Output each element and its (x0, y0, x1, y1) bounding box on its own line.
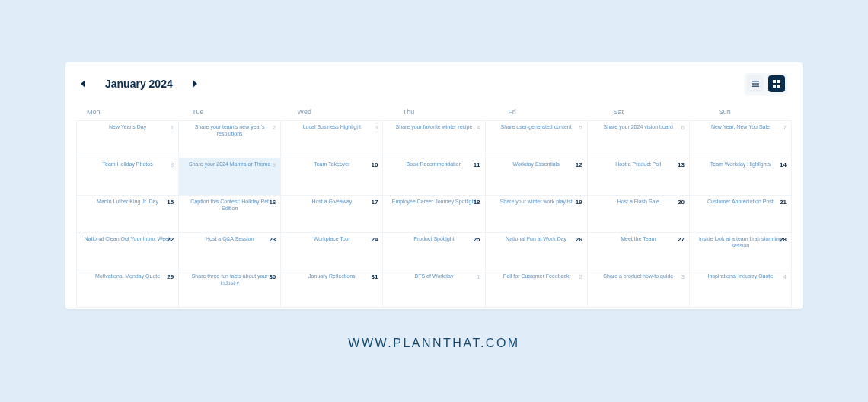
calendar-header: January 2024 (65, 62, 803, 102)
day-number: 15 (167, 199, 174, 206)
day-number: 6 (681, 124, 684, 131)
calendar-cell[interactable]: Share your 2024 vision board6 (588, 121, 690, 158)
calendar-event[interactable]: Share your team's new year's resolutions (185, 124, 275, 138)
calendar-cell[interactable]: Martin Luther King Jr. Day15 (77, 196, 179, 233)
calendar-cell[interactable]: Inside look at a team brainstorming sess… (690, 233, 792, 270)
calendar-event[interactable]: Host a Giveaway (287, 199, 377, 206)
day-number: 1 (477, 273, 480, 280)
calendar-event[interactable]: January Reflections (287, 273, 377, 280)
calendar-event[interactable]: Customer Appreciation Post (695, 199, 785, 206)
calendar-event[interactable]: New Year's Day (83, 124, 173, 131)
calendar-cell[interactable]: New Year's Day1 (77, 121, 179, 158)
calendar-event[interactable]: Share your winter work playlist (491, 199, 581, 206)
day-number: 9 (273, 161, 276, 168)
calendar-cell[interactable]: Inspirational Industry Quote4 (690, 270, 792, 308)
calendar-cell[interactable]: Meet the Team27 (588, 233, 690, 270)
calendar-event[interactable]: Host a Flash Sale (593, 199, 683, 206)
calendar-event[interactable]: Inside look at a team brainstorming sess… (695, 236, 785, 250)
calendar-event[interactable]: Share user-generated content (491, 124, 581, 131)
day-number: 19 (576, 199, 582, 206)
calendar-event[interactable]: Book Recommendation (389, 161, 479, 168)
day-of-week-label: Sun (697, 108, 803, 116)
calendar-cell[interactable]: National Clean Out Your Inbox Week22 (77, 233, 179, 270)
calendar-cell[interactable]: Share your 2024 Mantra or Theme9 (179, 158, 281, 196)
calendar-event[interactable]: Local Business Highlight (287, 124, 377, 131)
calendar-event[interactable]: Poll for Customer Feedback (491, 273, 581, 280)
calendar-event[interactable]: Product Spotlight (389, 236, 479, 243)
calendar-cell[interactable]: Employee Career Journey Spotlight18 (383, 196, 485, 233)
calendar-cell[interactable]: Share your favorite winter recipe4 (383, 121, 485, 158)
calendar-cell[interactable]: Poll for Customer Feedback2 (486, 270, 588, 308)
day-number: 20 (678, 199, 685, 206)
svg-rect-5 (773, 85, 776, 88)
list-view-button[interactable] (747, 75, 764, 92)
day-number: 5 (579, 124, 582, 131)
calendar-cell[interactable]: Team Takeover10 (281, 158, 383, 196)
calendar-event[interactable]: Share three fun facts about your industr… (185, 273, 275, 287)
calendar-cell[interactable]: Workplace Tour24 (281, 233, 383, 270)
calendar-cell[interactable]: BTS of Workday1 (383, 270, 485, 308)
calendar-cell[interactable]: Product Spotlight25 (383, 233, 485, 270)
prev-month-button[interactable] (81, 81, 87, 87)
calendar-event[interactable]: BTS of Workday (389, 273, 479, 280)
calendar-event[interactable]: Team Takeover (287, 161, 377, 168)
calendar-cell[interactable]: Motivational Monday Quote29 (77, 270, 179, 308)
calendar-cell[interactable]: Customer Appreciation Post21 (690, 196, 792, 233)
calendar-cell[interactable]: January Reflections31 (281, 270, 383, 308)
calendar-event[interactable]: Inspirational Industry Quote (695, 273, 785, 280)
calendar-event[interactable]: Share a product how-to guide (593, 273, 683, 280)
svg-rect-2 (752, 86, 759, 88)
calendar-event[interactable]: Share your 2024 vision board (593, 124, 683, 131)
calendar-event[interactable]: Workday Essentials (491, 161, 581, 168)
next-month-button[interactable] (191, 81, 197, 87)
view-toggle (745, 73, 787, 94)
day-of-week-row: MonTueWedThuFriSatSun (65, 102, 803, 120)
calendar-event[interactable]: Martin Luther King Jr. Day (83, 199, 173, 206)
calendar-cell[interactable]: Local Business Highlight3 (281, 121, 383, 158)
grid-view-button[interactable] (768, 75, 785, 92)
calendar-event[interactable]: Motivational Monday Quote (83, 273, 173, 280)
calendar-cell[interactable]: Share your winter work playlist19 (486, 196, 588, 233)
calendar-cell[interactable]: Host a Product Poll13 (588, 158, 690, 196)
calendar-event[interactable]: National Fun at Work Day (491, 236, 581, 243)
day-number: 25 (474, 236, 480, 243)
day-number: 24 (372, 236, 378, 243)
calendar-cell[interactable]: Host a Flash Sale20 (588, 196, 690, 233)
calendar-cell[interactable]: Workday Essentials12 (486, 158, 588, 196)
calendar-event[interactable]: Employee Career Journey Spotlight (389, 199, 479, 206)
calendar-event[interactable]: Team Holiday Photos (83, 161, 173, 168)
day-number: 23 (269, 236, 276, 243)
calendar-event[interactable]: Meet the Team (593, 236, 683, 243)
day-number: 14 (780, 161, 787, 168)
day-number: 4 (477, 124, 480, 131)
calendar-event[interactable]: Workplace Tour (287, 236, 377, 243)
calendar-event[interactable]: Caption this Contest: Holiday Pet Editio… (185, 199, 275, 212)
calendar-cell[interactable]: Host a Giveaway17 (281, 196, 383, 233)
calendar-cell[interactable]: Share three fun facts about your industr… (179, 270, 281, 308)
day-of-week-label: Thu (381, 108, 487, 116)
day-number: 18 (474, 199, 480, 206)
calendar-cell[interactable]: Host a Q&A Session23 (179, 233, 281, 270)
month-title: January 2024 (105, 78, 173, 90)
calendar-event[interactable]: Share your 2024 Mantra or Theme (185, 161, 275, 168)
calendar-event[interactable]: Share your favorite winter recipe (389, 124, 479, 131)
calendar-cell[interactable]: Share a product how-to guide3 (588, 270, 690, 308)
calendar-event[interactable]: Host a Q&A Session (185, 236, 275, 243)
calendar-event[interactable]: Team Workday Highlights (695, 161, 785, 168)
day-of-week-label: Fri (487, 108, 592, 116)
calendar-cell[interactable]: Book Recommendation11 (383, 158, 485, 196)
calendar-cell[interactable]: Caption this Contest: Holiday Pet Editio… (179, 196, 281, 233)
calendar-card: January 2024 Mo (65, 62, 803, 309)
day-number: 1 (171, 124, 174, 131)
calendar-cell[interactable]: Team Holiday Photos8 (77, 158, 179, 196)
day-number: 28 (780, 236, 787, 243)
calendar-cell[interactable]: Share your team's new year's resolutions… (179, 121, 281, 158)
calendar-cell[interactable]: New Year, New You Sale7 (690, 121, 792, 158)
calendar-cell[interactable]: Share user-generated content5 (486, 121, 588, 158)
day-number: 17 (372, 199, 378, 206)
calendar-cell[interactable]: Team Workday Highlights14 (690, 158, 792, 196)
calendar-cell[interactable]: National Fun at Work Day26 (486, 233, 588, 270)
calendar-event[interactable]: New Year, New You Sale (695, 124, 785, 131)
calendar-event[interactable]: Host a Product Poll (593, 161, 683, 168)
calendar-event[interactable]: National Clean Out Your Inbox Week (83, 236, 173, 243)
